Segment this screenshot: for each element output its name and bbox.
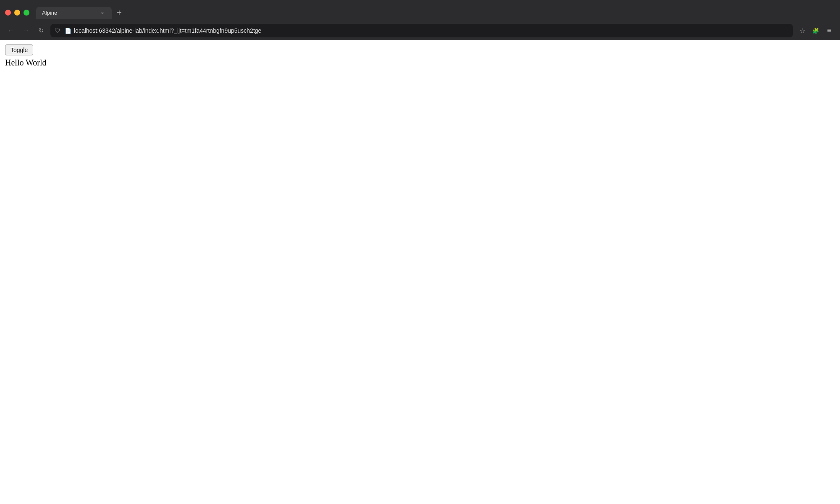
window-controls: [5, 10, 29, 16]
tab-close-button[interactable]: ×: [99, 10, 106, 16]
menu-icon: ≡: [827, 27, 831, 34]
bookmark-button[interactable]: ☆: [796, 25, 808, 37]
forward-icon: →: [23, 27, 29, 34]
tab-title: Alpine: [42, 10, 96, 16]
address-bar-row: ← → ↻ 🛡 📄 ☆ 🧩 ≡: [0, 22, 840, 40]
close-window-button[interactable]: [5, 10, 11, 16]
browser-tab[interactable]: Alpine ×: [36, 7, 112, 19]
browser-chrome: Alpine × + ← → ↻ 🛡 📄 ☆ 🧩: [0, 0, 840, 40]
page-content: Toggle Hello World: [0, 40, 840, 504]
forward-button[interactable]: →: [20, 25, 32, 37]
new-tab-button[interactable]: +: [113, 6, 125, 19]
toggle-button[interactable]: Toggle: [5, 44, 33, 55]
back-button[interactable]: ←: [5, 25, 17, 37]
toolbar-right: ☆ 🧩 ≡: [796, 25, 835, 37]
address-bar-wrapper: 🛡 📄: [50, 24, 793, 37]
tab-bar: Alpine × +: [36, 6, 835, 19]
address-input[interactable]: [50, 24, 793, 37]
menu-button[interactable]: ≡: [823, 25, 835, 37]
reload-icon: ↻: [39, 27, 44, 34]
maximize-window-button[interactable]: [24, 10, 29, 16]
extensions-icon: 🧩: [812, 28, 819, 34]
reload-button[interactable]: ↻: [35, 25, 47, 37]
back-icon: ←: [8, 27, 14, 34]
minimize-window-button[interactable]: [14, 10, 20, 16]
title-bar: Alpine × +: [0, 0, 840, 22]
bookmark-icon: ☆: [799, 27, 805, 35]
hello-world-text: Hello World: [5, 58, 835, 68]
extensions-button[interactable]: 🧩: [810, 25, 822, 37]
